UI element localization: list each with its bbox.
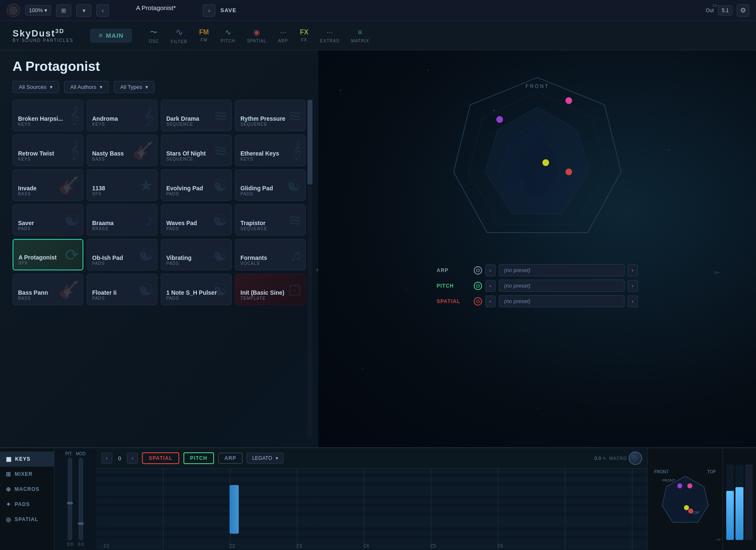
arp-next-button[interactable]: › [628, 265, 638, 276]
filter-authors[interactable]: All Authors▾ [64, 81, 109, 93]
next-arrow[interactable]: › [203, 4, 215, 17]
vu-meters: 12— 0— −∞ [722, 448, 756, 550]
mod-slider[interactable] [79, 458, 83, 540]
save-button[interactable]: SAVE [220, 7, 236, 13]
preset-card-active[interactable]: ⟳ A Protagonist SFX [13, 239, 83, 270]
sidebar-mixer-label: MIXER [15, 471, 33, 477]
preset-card[interactable]: ♪ Braama BRASS [87, 204, 157, 236]
macro-knob[interactable] [629, 451, 642, 465]
nav-fx[interactable]: FX FX [300, 29, 308, 42]
arp-label: ARP [278, 39, 288, 43]
spatial-prev-button[interactable]: ‹ [485, 296, 495, 307]
nav-bar: SkyDust3D BY SOUND PARTICLES ≡ MAIN 〜 OS… [0, 21, 756, 50]
mod-label: MOD [76, 451, 85, 456]
note-block-c2 [230, 485, 239, 534]
prev-arrow[interactable]: ‹ [96, 4, 109, 17]
sidebar-item-spatial[interactable]: ◎ SPATIAL [0, 512, 54, 527]
preset-card[interactable]: ♬ Formants VOCALS [235, 239, 306, 270]
nav-spatial[interactable]: ◉ SPATIAL [247, 28, 267, 43]
dropdown-button[interactable]: ▾ [76, 4, 91, 17]
nav-pitch[interactable]: ∿ PITCH [221, 28, 235, 43]
main-tab[interactable]: ≡ MAIN [90, 29, 132, 43]
pitch-mod-labels: PIT. MOD [58, 451, 93, 456]
arp-tag[interactable]: ARP [218, 453, 243, 464]
preset-card[interactable]: ★ 1138 SFX [87, 169, 157, 201]
nav-fm[interactable]: FM FM [199, 29, 209, 42]
preset-card[interactable]: ☯ 1 Note S_H Pulser PADS [161, 274, 232, 305]
num-prev-button[interactable]: ‹ [101, 453, 112, 464]
preset-card[interactable]: 𝄞 Ethereal Keys KEYS [235, 135, 306, 166]
preset-browser: A Protagonist All Sources▾ All Authors▾ … [0, 50, 318, 447]
bottom-panel: ▦ KEYS ⊞ MIXER ⊕ MACROS ✦ PADS ◎ SPATIAL… [0, 447, 756, 550]
spatial-control-row: SPATIAL ⏻ ‹ (no preset) › [437, 295, 638, 307]
fx-icon: FX [300, 29, 308, 36]
sidebar-item-pads[interactable]: ✦ PADS [0, 497, 54, 512]
num-next-button[interactable]: › [127, 453, 138, 464]
preset-card[interactable]: ☯ Evolving Pad PADS [161, 169, 232, 201]
vu-fill-1 [726, 491, 734, 540]
legato-dropdown[interactable]: LEGATO ▾ [247, 453, 284, 464]
pitch-slider[interactable] [68, 458, 72, 540]
arp-power-button[interactable]: ⏻ [474, 266, 482, 275]
spatial-power-button[interactable]: ⏻ [474, 297, 482, 306]
preset-card[interactable]: ≋ Rythm Pressure SEQUENCE [235, 100, 306, 131]
preset-card-template[interactable]: ⊡ Init (Basic Sine) TEMPLATE [235, 274, 306, 305]
fm-label: FM [201, 38, 207, 42]
preset-card[interactable]: 𝄞 Retrow Twist KEYS [13, 135, 83, 166]
pitch-power-button[interactable]: ⏻ [474, 282, 482, 290]
zoom-control[interactable]: 100% ▾ [25, 5, 51, 16]
main-tab-icon: ≡ [98, 32, 102, 39]
preset-card[interactable]: ☯ Vibrating PADS [161, 239, 232, 270]
pitch-tag[interactable]: PITCH [183, 452, 214, 464]
preset-card[interactable]: ≋ Dark Drama SEQUENCE [161, 100, 232, 131]
arp-prev-button[interactable]: ‹ [485, 265, 495, 276]
fx-label: FX [301, 38, 307, 42]
app-logo [7, 4, 20, 17]
nav-filter[interactable]: ∿ FILTER [171, 27, 188, 44]
arp-icon: ··· [280, 28, 286, 37]
spatial-next-button[interactable]: › [628, 296, 638, 307]
keys-icon: ▦ [6, 456, 12, 462]
macro-display: 0.0 % MACRO [594, 451, 642, 465]
sidebar-item-mixer[interactable]: ⊞ MIXER [0, 467, 54, 482]
main-tab-label: MAIN [106, 32, 124, 39]
preset-card[interactable]: ☯ Gliding Pad PADS [235, 169, 306, 201]
filter-label: FILTER [171, 39, 188, 44]
mod-slider-container: 0.0 [78, 458, 84, 547]
osc-label: OSC [149, 39, 159, 44]
filter-types[interactable]: All Types▾ [114, 81, 155, 93]
filter-sources[interactable]: All Sources▾ [13, 81, 59, 93]
scrollbar-track[interactable] [307, 100, 312, 439]
scrollbar-thumb[interactable] [307, 100, 312, 184]
svg-point-13 [542, 159, 549, 166]
vu-fill-2 [735, 487, 743, 540]
sidebar-item-macros[interactable]: ⊕ MACROS [0, 482, 54, 497]
settings-button[interactable]: ⚙ [737, 4, 749, 17]
spatial-tag[interactable]: SPATIAL [142, 452, 179, 464]
preset-card[interactable]: ≋ Trapistor SEQUENCE [235, 204, 306, 236]
mod-slider-thumb [78, 522, 84, 525]
nav-matrix[interactable]: ≡ MATRIX [351, 28, 369, 43]
preset-card[interactable]: ☯ Floater Ii PADS [87, 274, 157, 305]
preset-card[interactable]: ≋ Stars Of Night SEQUENCE [161, 135, 232, 166]
pitch-prev-button[interactable]: ‹ [485, 280, 495, 292]
svg-text:FRONT: FRONT [662, 478, 675, 483]
preset-card[interactable]: ☯ Ob-Ish Pad PADS [87, 239, 157, 270]
preset-card[interactable]: 𝄞 Androma KEYS [87, 100, 157, 131]
sidebar-item-keys[interactable]: ▦ KEYS [0, 451, 54, 467]
nav-arp[interactable]: ··· ARP [278, 28, 288, 43]
matrix-icon: ≡ [358, 28, 363, 37]
piano-roll-area[interactable]: C1 C2 C3 C4 C5 C6 [96, 469, 647, 550]
preset-card[interactable]: 🎸 Nasty Bass BASS [87, 135, 157, 166]
nav-extras[interactable]: ··· EXTRAS [320, 28, 339, 43]
preset-card[interactable]: 𝄞 Broken Harpsi... KEYS [13, 100, 83, 131]
pitch-next-button[interactable]: › [628, 280, 638, 292]
nav-arrows: ‹ A Protagonist* › [96, 4, 215, 17]
macro-label: MACRO [609, 456, 627, 461]
preset-card[interactable]: 🎸 Invade BASS [13, 169, 83, 201]
preset-card[interactable]: ☯ Waves Pad PADS [161, 204, 232, 236]
preset-card[interactable]: ☯ Saver PADS [13, 204, 83, 236]
preset-card[interactable]: 🎸 Bass Pann BASS [13, 274, 83, 305]
nav-osc[interactable]: 〜 OSC [149, 27, 159, 44]
grid-icon-button[interactable]: ⊞ [56, 4, 71, 17]
